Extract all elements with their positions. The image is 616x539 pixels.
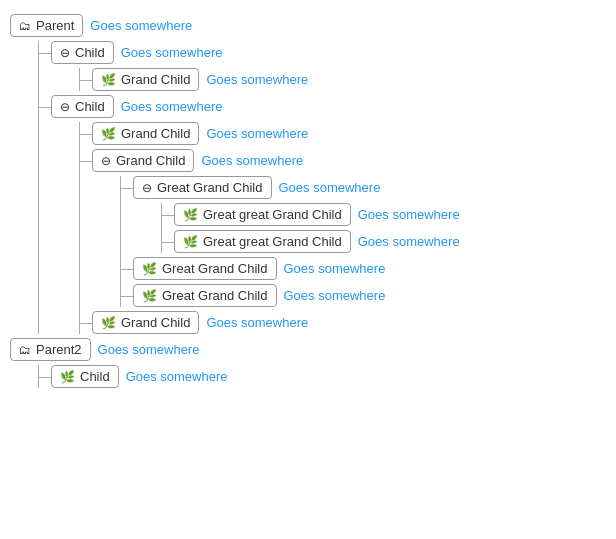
node-text-ggchild1: Great Grand Child [157,180,263,195]
node-row-ggchild1: ⊖Great Grand ChildGoes somewhere [133,176,606,199]
tree-node-ggchild1: ⊖Great Grand ChildGoes somewhere🌿Great g… [133,176,606,253]
children-ggchild1: 🌿Great great Grand ChildGoes somewhere🌿G… [161,203,606,253]
leaf-icon: 🌿 [60,370,75,384]
leaf-icon: 🌿 [183,235,198,249]
node-link-grandchild2[interactable]: Goes somewhere [206,126,308,141]
tree-node-grandchild1: 🌿Grand ChildGoes somewhere [92,68,606,91]
tree-node-child2: ⊖ChildGoes somewhere🌿Grand ChildGoes som… [51,95,606,334]
node-text-gggchild1: Great great Grand Child [203,207,342,222]
node-text-grandchild3: Grand Child [116,153,185,168]
node-link-ggchild2[interactable]: Goes somewhere [284,261,386,276]
node-text-grandchild4: Grand Child [121,315,190,330]
children-parent2: 🌿ChildGoes somewhere [38,365,606,388]
node-link-parent1[interactable]: Goes somewhere [90,18,192,33]
node-row-child1: ⊖ChildGoes somewhere [51,41,606,64]
node-link-child1[interactable]: Goes somewhere [121,45,223,60]
node-link-child3[interactable]: Goes somewhere [126,369,228,384]
children-parent1: ⊖ChildGoes somewhere🌿Grand ChildGoes som… [38,41,606,334]
node-label-grandchild2: 🌿Grand Child [92,122,199,145]
minus-icon: ⊖ [60,46,70,60]
node-text-child3: Child [80,369,110,384]
node-label-gggchild1: 🌿Great great Grand Child [174,203,351,226]
node-link-grandchild1[interactable]: Goes somewhere [206,72,308,87]
tree-node-gggchild2: 🌿Great great Grand ChildGoes somewhere [174,230,606,253]
tree-node-grandchild3: ⊖Grand ChildGoes somewhere⊖Great Grand C… [92,149,606,307]
node-label-child1: ⊖Child [51,41,114,64]
node-link-ggchild3[interactable]: Goes somewhere [284,288,386,303]
node-row-child3: 🌿ChildGoes somewhere [51,365,606,388]
node-text-parent1: Parent [36,18,74,33]
tree-container: 🗂ParentGoes somewhere⊖ChildGoes somewher… [10,14,606,388]
node-row-grandchild4: 🌿Grand ChildGoes somewhere [92,311,606,334]
node-text-ggchild2: Great Grand Child [162,261,268,276]
node-link-gggchild1[interactable]: Goes somewhere [358,207,460,222]
node-row-parent1: 🗂ParentGoes somewhere [10,14,606,37]
node-row-child2: ⊖ChildGoes somewhere [51,95,606,118]
node-link-gggchild2[interactable]: Goes somewhere [358,234,460,249]
folder-icon: 🗂 [19,343,31,357]
node-label-parent2: 🗂Parent2 [10,338,91,361]
node-label-grandchild1: 🌿Grand Child [92,68,199,91]
node-link-parent2[interactable]: Goes somewhere [98,342,200,357]
leaf-icon: 🌿 [101,127,116,141]
node-label-grandchild3: ⊖Grand Child [92,149,194,172]
node-row-gggchild2: 🌿Great great Grand ChildGoes somewhere [174,230,606,253]
leaf-icon: 🌿 [142,289,157,303]
node-text-child2: Child [75,99,105,114]
minus-icon: ⊖ [101,154,111,168]
tree-node-parent2: 🗂Parent2Goes somewhere🌿ChildGoes somewhe… [10,338,606,388]
tree-node-child1: ⊖ChildGoes somewhere🌿Grand ChildGoes som… [51,41,606,91]
node-label-parent1: 🗂Parent [10,14,83,37]
children-grandchild3: ⊖Great Grand ChildGoes somewhere🌿Great g… [120,176,606,307]
node-link-child2[interactable]: Goes somewhere [121,99,223,114]
node-label-ggchild3: 🌿Great Grand Child [133,284,277,307]
tree-node-parent1: 🗂ParentGoes somewhere⊖ChildGoes somewher… [10,14,606,334]
leaf-icon: 🌿 [142,262,157,276]
tree-node-grandchild4: 🌿Grand ChildGoes somewhere [92,311,606,334]
tree-node-gggchild1: 🌿Great great Grand ChildGoes somewhere [174,203,606,226]
node-label-child2: ⊖Child [51,95,114,118]
tree-node-child3: 🌿ChildGoes somewhere [51,365,606,388]
leaf-icon: 🌿 [101,73,116,87]
node-text-ggchild3: Great Grand Child [162,288,268,303]
folder-icon: 🗂 [19,19,31,33]
node-text-parent2: Parent2 [36,342,82,357]
node-row-ggchild2: 🌿Great Grand ChildGoes somewhere [133,257,606,280]
node-row-parent2: 🗂Parent2Goes somewhere [10,338,606,361]
node-label-gggchild2: 🌿Great great Grand Child [174,230,351,253]
node-label-child3: 🌿Child [51,365,119,388]
node-row-ggchild3: 🌿Great Grand ChildGoes somewhere [133,284,606,307]
node-row-grandchild2: 🌿Grand ChildGoes somewhere [92,122,606,145]
leaf-icon: 🌿 [101,316,116,330]
tree-node-ggchild3: 🌿Great Grand ChildGoes somewhere [133,284,606,307]
tree-node-grandchild2: 🌿Grand ChildGoes somewhere [92,122,606,145]
node-text-child1: Child [75,45,105,60]
node-link-grandchild3[interactable]: Goes somewhere [201,153,303,168]
tree-node-ggchild2: 🌿Great Grand ChildGoes somewhere [133,257,606,280]
minus-icon: ⊖ [142,181,152,195]
node-link-grandchild4[interactable]: Goes somewhere [206,315,308,330]
children-child2: 🌿Grand ChildGoes somewhere⊖Grand ChildGo… [79,122,606,334]
node-row-grandchild1: 🌿Grand ChildGoes somewhere [92,68,606,91]
node-row-grandchild3: ⊖Grand ChildGoes somewhere [92,149,606,172]
node-label-ggchild1: ⊖Great Grand Child [133,176,272,199]
node-text-gggchild2: Great great Grand Child [203,234,342,249]
minus-icon: ⊖ [60,100,70,114]
children-child1: 🌿Grand ChildGoes somewhere [79,68,606,91]
node-link-ggchild1[interactable]: Goes somewhere [279,180,381,195]
leaf-icon: 🌿 [183,208,198,222]
node-text-grandchild2: Grand Child [121,126,190,141]
node-label-ggchild2: 🌿Great Grand Child [133,257,277,280]
node-text-grandchild1: Grand Child [121,72,190,87]
node-label-grandchild4: 🌿Grand Child [92,311,199,334]
node-row-gggchild1: 🌿Great great Grand ChildGoes somewhere [174,203,606,226]
